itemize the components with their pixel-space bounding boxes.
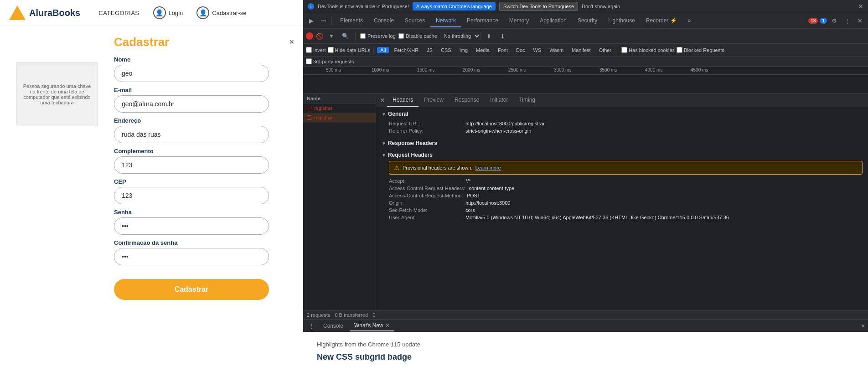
filter-wasm[interactable]: Wasm: [546, 47, 567, 53]
devtools-main-toolbar: ▶ ▭ Elements Console Sources Network Per…: [303, 13, 868, 29]
whats-new-tab[interactable]: What's New ✕: [350, 320, 394, 331]
filter-other[interactable]: Other: [596, 47, 615, 53]
throttle-select[interactable]: No throttling: [440, 32, 481, 40]
email-input[interactable]: [114, 95, 269, 113]
senha-label: Senha: [114, 209, 294, 216]
detail-tab-timing[interactable]: Timing: [513, 94, 541, 107]
third-party-checkbox[interactable]: 3rd-party requests: [306, 58, 354, 64]
notification-close-icon[interactable]: ✕: [858, 3, 863, 10]
tab-more[interactable]: »: [682, 15, 697, 27]
more-options-icon[interactable]: ⋮: [842, 15, 852, 26]
nome-input[interactable]: [114, 65, 269, 82]
inspect-element-icon[interactable]: ▶: [306, 15, 317, 26]
cep-group: CEP: [114, 178, 294, 204]
filter-media[interactable]: Media: [473, 47, 493, 53]
close-console-drawer-icon[interactable]: ✕: [861, 323, 865, 329]
timeline-mark-1500: 1500 ms: [417, 67, 434, 72]
response-headers-header[interactable]: ▼ Response Headers: [382, 140, 863, 146]
request-headers-header[interactable]: ▼ Request Headers: [382, 152, 863, 158]
network-item-2[interactable]: registrar: [303, 113, 376, 123]
whats-new-close-icon[interactable]: ✕: [385, 322, 390, 329]
warning-triangle-icon: ⚠: [394, 164, 400, 171]
request-headers-section: ▼ Request Headers ⚠ Provisional headers …: [382, 152, 863, 221]
upload-icon[interactable]: ⬆: [484, 31, 495, 41]
invert-checkbox[interactable]: Invert: [306, 47, 326, 53]
alura-logo-text: AluraBooks: [29, 8, 80, 18]
general-section-header[interactable]: ▼ General: [382, 111, 863, 117]
detail-tab-response[interactable]: Response: [449, 94, 485, 107]
close-form-button[interactable]: ×: [289, 37, 294, 47]
filter-manifest[interactable]: Manifest: [568, 47, 594, 53]
filter-fetch-xhr[interactable]: Fetch/XHR: [391, 47, 422, 53]
complemento-group: Complemento: [114, 148, 294, 174]
switch-devtools-portuguese-button[interactable]: Switch Dev Tools to Portuguese: [499, 2, 578, 11]
clear-button[interactable]: 🚫: [316, 33, 323, 40]
preserve-log-checkbox[interactable]: Preserve log: [360, 33, 396, 39]
endereco-input[interactable]: [114, 126, 269, 143]
form-title: Cadastrar: [114, 35, 169, 49]
detail-tab-headers[interactable]: Headers: [387, 94, 418, 107]
blocked-cookies-checkbox[interactable]: Has blocked cookies: [621, 47, 675, 53]
blocked-requests-checkbox[interactable]: Blocked Requests: [677, 47, 724, 53]
filter-doc[interactable]: Doc: [513, 47, 528, 53]
detail-tab-initiator[interactable]: Initiator: [485, 94, 513, 107]
console-options-icon[interactable]: ⋮: [306, 320, 317, 331]
nav-login[interactable]: 👤 Login: [153, 6, 183, 19]
timeline-section: 500 ms 1000 ms 1500 ms 2000 ms 2500 ms 3…: [303, 67, 868, 94]
search-toggle-icon[interactable]: 🔍: [340, 31, 351, 41]
learn-more-link[interactable]: Learn more: [475, 165, 501, 170]
console-tab[interactable]: Console: [319, 321, 348, 331]
cep-input[interactable]: [114, 187, 269, 204]
always-match-button[interactable]: Always match Chrome's language: [413, 2, 496, 10]
request-name-2: registrar: [314, 115, 332, 120]
tab-lighthouse[interactable]: Lighthouse: [603, 15, 641, 27]
tab-recorder[interactable]: Recorder ⚡: [641, 15, 682, 27]
tab-application[interactable]: Application: [534, 15, 572, 27]
filter-sep-2: [618, 47, 618, 53]
filter-ws[interactable]: WS: [530, 47, 545, 53]
timeline-mark-3500: 3500 ms: [599, 67, 617, 72]
alura-logo[interactable]: AluraBooks: [9, 5, 80, 20]
nav-cadastrar[interactable]: 👤 Cadastrar-se: [196, 6, 246, 19]
filter-font[interactable]: Font: [495, 47, 511, 53]
tab-console[interactable]: Console: [368, 15, 399, 27]
tab-performance[interactable]: Performance: [461, 15, 504, 27]
form-title-row: Cadastrar ×: [114, 35, 294, 49]
filter-img[interactable]: Img: [456, 47, 471, 53]
record-button[interactable]: [306, 32, 313, 40]
tab-security[interactable]: Security: [572, 15, 603, 27]
settings-icon[interactable]: ⚙: [829, 15, 840, 26]
request-url-value: http://localhost:8000/public/registrar: [465, 121, 545, 126]
sec-fetch-mode-key: Sec-Fetch-Mode:: [389, 207, 462, 213]
network-item-1[interactable]: registrar: [303, 103, 376, 113]
device-toolbar-icon[interactable]: ▭: [318, 15, 329, 26]
complemento-input[interactable]: [114, 156, 269, 174]
whats-new-highlight: Highlights from the Chrome 115 update: [317, 341, 854, 348]
detail-tab-preview[interactable]: Preview: [418, 94, 449, 107]
close-devtools-icon[interactable]: ✕: [854, 15, 865, 26]
disable-cache-checkbox[interactable]: Disable cache: [398, 33, 437, 39]
email-label: E-mail: [114, 87, 294, 93]
referrer-policy-key: Referrer Policy:: [389, 128, 462, 134]
tab-network[interactable]: Network: [430, 15, 461, 27]
senha-input[interactable]: [114, 217, 269, 235]
tab-memory[interactable]: Memory: [504, 15, 534, 27]
accept-key: Accept:: [389, 178, 462, 184]
network-panel: Name registrar registrar ✕ Headers Previ…: [303, 94, 868, 310]
filter-toggle-icon[interactable]: ▼: [326, 31, 337, 41]
nav-categorias[interactable]: CATEGORIAS: [98, 10, 139, 16]
detail-close-icon[interactable]: ✕: [378, 95, 387, 106]
filter-css[interactable]: CSS: [438, 47, 455, 53]
hide-data-urls-checkbox[interactable]: Hide data URLs: [328, 47, 371, 53]
confirm-senha-input[interactable]: [114, 248, 269, 265]
cadastrar-button[interactable]: Cadastrar: [114, 279, 269, 300]
tab-sources[interactable]: Sources: [399, 15, 430, 27]
alura-header: AluraBooks CATEGORIAS 👤 Login 👤 Cadastra…: [0, 0, 303, 26]
dont-show-button[interactable]: Don't show again: [582, 4, 620, 9]
request-headers-title: Request Headers: [388, 152, 433, 158]
filter-all[interactable]: All: [377, 47, 389, 53]
nome-group: Nome: [114, 56, 294, 82]
download-icon[interactable]: ⬇: [497, 31, 508, 41]
tab-elements[interactable]: Elements: [335, 15, 368, 27]
filter-js[interactable]: JS: [424, 47, 436, 53]
